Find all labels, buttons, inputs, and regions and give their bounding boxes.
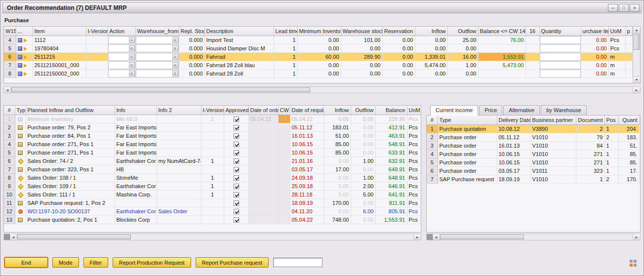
approved-checkbox[interactable] <box>234 209 239 214</box>
column-header[interactable]: Action <box>108 27 135 36</box>
planned-row[interactable]: 3Purchase order: 84, Pos 1Far East Impor… <box>4 131 421 140</box>
link-arrow-icon[interactable] <box>24 39 27 42</box>
planned-row[interactable]: 12WO:1197-10-20 SO00137Earthshaker CorSa… <box>4 207 421 215</box>
row-number-cell[interactable]: 6 <box>4 157 15 165</box>
column-header[interactable]: Quant <box>618 116 639 124</box>
row-number-cell[interactable]: 4 <box>4 140 15 148</box>
approved-checkbox[interactable] <box>234 125 239 130</box>
window-titlebar[interactable]: Order Recommendation (7) DEFAULT MRP ─ □… <box>2 2 642 13</box>
column-header[interactable]: # <box>427 116 438 124</box>
quantity-input-cell[interactable] <box>539 61 581 69</box>
planned-horizontal-scrollbar[interactable]: ◄ ► <box>3 234 421 240</box>
report-production-request-button[interactable]: Report Production Request <box>113 257 191 268</box>
row-number-cell[interactable]: 1 <box>427 124 438 133</box>
column-header[interactable]: urchase item <box>581 27 608 36</box>
horizontal-scrollbar-track[interactable] <box>310 87 633 93</box>
income-row[interactable]: 1Purchase quotation10.08.12V389021204. <box>427 124 639 133</box>
approved-checkbox[interactable] <box>234 142 239 147</box>
column-header[interactable]: I-Version <box>201 106 224 115</box>
horizontal-scrollbar-track[interactable] <box>131 234 413 240</box>
approved-checkbox[interactable] <box>234 200 239 206</box>
column-header[interactable]: p <box>625 27 632 36</box>
approved-cell[interactable] <box>224 123 248 131</box>
row-number-cell[interactable]: 3 <box>4 131 15 140</box>
income-row[interactable]: 4Purchase order10.06.15V1010271185. <box>427 150 639 158</box>
mode-button[interactable]: Mode <box>52 257 79 268</box>
column-header[interactable]: Reservation <box>382 27 415 36</box>
row-number-cell[interactable]: 2 <box>427 133 438 141</box>
scroll-left-button[interactable]: ◄ <box>433 234 440 240</box>
planned-row[interactable]: 9Sales Order: 109 / 1Earthshaker Cor125.… <box>4 182 421 190</box>
row-number-cell[interactable]: 4 <box>427 150 438 158</box>
items-horizontal-scrollbar[interactable]: ◄ ► <box>3 86 641 93</box>
column-header[interactable]: Inflow <box>415 27 447 36</box>
planned-row[interactable]: 7Purchase order: 323, Pos 1HB03.05.1717.… <box>4 165 421 173</box>
income-row[interactable]: 3Purchase order16.01.13V101084151. <box>427 141 639 150</box>
planned-row[interactable]: 6Sales Order: 74 / 2Earthshaker Cormy Nu… <box>4 157 421 165</box>
column-header[interactable]: Minimum Inventory <box>297 27 341 36</box>
row-number-cell[interactable]: 8 <box>4 69 16 78</box>
scroll-up-button[interactable]: ▲ <box>633 27 640 34</box>
planned-row[interactable]: 8Sales Order: 108 / 1StoneMe124.09.180.0… <box>4 173 421 182</box>
column-header[interactable]: UoM <box>407 106 421 115</box>
approved-cell[interactable] <box>224 148 248 157</box>
column-header[interactable]: Item <box>33 27 86 36</box>
filter-button[interactable]: Filter <box>83 257 108 268</box>
link-arrow-icon[interactable] <box>24 64 27 68</box>
tab-by-warehouse[interactable]: by Warehouse <box>541 105 587 115</box>
report-purchase-request-button[interactable]: Report Purchase request <box>196 257 269 268</box>
column-header[interactable]: Balance <box>375 106 407 115</box>
row-number-cell[interactable]: 7 <box>427 175 438 183</box>
row-number-cell[interactable]: 6 <box>427 166 438 175</box>
column-header[interactable]: ... <box>16 27 33 36</box>
warehouse-from-cell[interactable]: ≡ <box>135 44 179 52</box>
scroll-down-button[interactable]: ▼ <box>633 76 640 83</box>
row-number-cell[interactable]: 9 <box>4 182 15 190</box>
quantity-input-cell[interactable] <box>539 52 581 61</box>
approved-checkbox[interactable] <box>234 217 239 223</box>
row-number-cell[interactable]: 8 <box>4 173 15 182</box>
approved-cell[interactable] <box>224 131 248 140</box>
planned-row[interactable]: 13Purchase quotation: 2, Pos 1Blockies C… <box>4 215 421 224</box>
column-header[interactable]: Info 2 <box>157 106 201 115</box>
row-number-cell[interactable]: 5 <box>427 158 438 166</box>
choose-from-list-icon[interactable]: ≡ <box>129 54 135 60</box>
expand-form-icon[interactable] <box>630 260 638 268</box>
approved-cell[interactable] <box>224 115 248 123</box>
approved-checkbox[interactable] <box>234 184 239 189</box>
column-header[interactable]: Warehouse_from <box>135 27 179 36</box>
maximize-button[interactable]: □ <box>619 4 629 12</box>
column-header[interactable]: Business partner <box>530 116 576 124</box>
column-header[interactable]: Lead time <box>274 27 297 36</box>
vertical-scrollbar-thumb[interactable] <box>634 34 640 50</box>
column-header[interactable]: Pos <box>604 116 618 124</box>
scroll-left-button[interactable]: ◄ <box>10 234 17 240</box>
choose-from-list-icon[interactable]: ≡ <box>129 62 135 68</box>
warehouse-from-cell[interactable]: ≡ <box>135 61 179 69</box>
splitter-block[interactable] <box>427 234 433 240</box>
item-row[interactable]: 825112150002_000≡≡0.000Fahrrad 28 Zoll10… <box>4 69 632 78</box>
choose-from-list-icon[interactable]: ≡ <box>172 62 178 68</box>
planned-row[interactable]: 4Purchase order: 271, Pos 1Far East Impo… <box>4 140 421 148</box>
approved-cell[interactable] <box>224 207 248 215</box>
row-number-cell[interactable]: 5 <box>4 44 16 52</box>
minimize-button[interactable]: ─ <box>608 4 618 12</box>
column-header[interactable]: Info <box>115 106 157 115</box>
items-vertical-scrollbar[interactable]: ▲ ▼ <box>633 27 640 83</box>
tab-current-income[interactable]: Current income <box>430 105 478 116</box>
scroll-right-button[interactable]: ► <box>633 234 640 240</box>
item-row[interactable]: 41112≡≡0.000Import Test10.00101.000.000.… <box>4 36 632 44</box>
column-header[interactable]: Delivery Date <box>497 116 530 124</box>
column-header[interactable]: Balance <= CW 14 <box>478 27 525 36</box>
link-arrow-icon[interactable] <box>24 72 27 76</box>
link-arrow-icon[interactable] <box>24 47 27 51</box>
approved-checkbox[interactable] <box>234 117 239 122</box>
action-cell[interactable]: ≡ <box>108 69 135 78</box>
column-header[interactable]: 16 <box>525 27 539 36</box>
income-horizontal-scrollbar[interactable]: ◄ ► <box>426 234 641 240</box>
splitter-block[interactable] <box>4 234 10 240</box>
link-arrow-icon[interactable] <box>24 55 27 59</box>
income-row[interactable]: 6Purchase order03.05.17V1011323117. <box>427 166 639 175</box>
planned-row[interactable]: 2Purchase order: 79, Pos 2Far East Impor… <box>4 123 421 131</box>
horizontal-scrollbar-thumb[interactable] <box>440 235 524 239</box>
